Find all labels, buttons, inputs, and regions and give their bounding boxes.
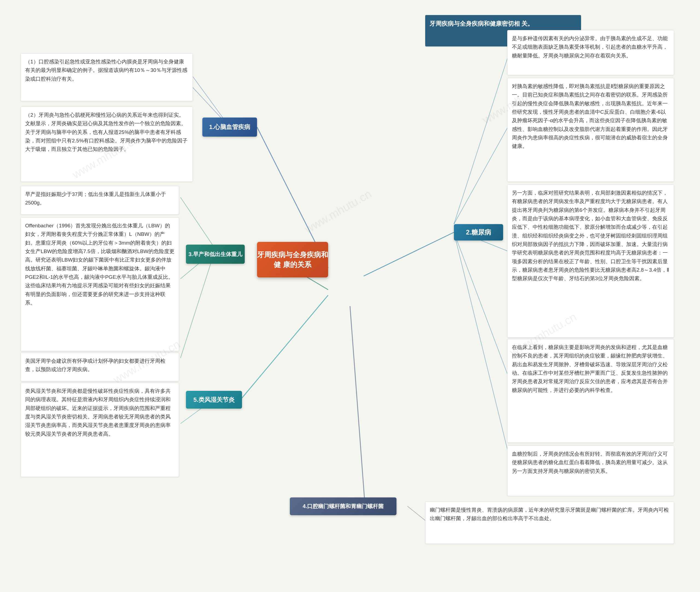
dm-text-5-content: 血糖控制后，牙周炎的情况会有所好转。而彻底有效的牙周治疗义可使糖尿病患者的糖化血… [512,451,668,474]
dm-text-5: 血糖控制后，牙周炎的情况会有所好转。而彻底有效的牙周治疗义可使糖尿病患者的糖化血… [507,445,674,496]
preterm-text-1-content: 早产是指妊娠期少于37周；低出生体重儿是指新生儿体重小于2500g。 [25,191,166,205]
svg-line-13 [181,197,213,246]
center-node: 牙周疾病与全身疾病和健 康的关系 [257,242,328,278]
canvas: 牙周疾病与全身疾病和健康密切相 关。 牙周疾病与全身疾病和健 康的关系 1.心脑… [0,0,700,592]
svg-line-4 [241,295,328,400]
heart-text-2: （2）牙周炎与急性心肌梗死和慢性冠心病的关系近年来也得到证实。文献显示，牙周炎确… [20,107,193,182]
dm-text-1-content: 是与多种遗传因素有关的内分泌异常。由于胰岛素的生成不足、功能不足或细胞表面缺乏胰… [512,36,668,58]
hp-text: 幽门螺杆菌是慢性胃炎、胃溃疡的病原菌，近年来的研究显示牙菌斑是幽门螺杆菌的贮库。… [425,501,674,544]
top-intro-text: 牙周疾病与全身疾病和健康密切相 关。 [430,20,533,27]
ra-text: 类风湿关节炎和牙周炎都是慢性破坏性炎症性疾病，具有许多共同的病理表现。其特征是滑… [20,383,179,477]
svg-line-17 [408,506,427,522]
dm-text-4-content: 在临床上看到，糖尿病主要是影响牙周炎的发病和进程，尤其是血糖控制不良的患者，其牙… [512,344,668,393]
branch-heart: 1.心脑血管疾病 [202,117,257,137]
center-label: 牙周疾病与全身疾病和健 康的关系 [257,250,328,270]
heart-text-1: （1）口腔感染引起急性或亚急性感染性心内膜炎是牙周病与全身健康有关的最为明显和确… [20,53,193,101]
branch-preterm: 3.早产和低出生体重儿 [186,245,245,264]
branch-heart-label: 1.心脑血管疾病 [209,123,250,131]
dm-text-2: 对胰岛素的敏感性降低，即对胰岛素抵抗是Ⅱ型糖尿病的重要原因之一。目前已知炎症和胰… [507,78,674,182]
watermark-2: www.mhutu.cn [302,187,374,236]
hp-text-content: 幽门螺杆菌是慢性胃炎、胃溃疡的病原菌，近年来的研究显示牙菌斑是幽门螺杆菌的贮库。… [430,507,669,521]
branch-hp: 4.口腔幽门螺杆菌和胃幽门螺杆菌 [290,497,396,515]
heart-text-1-content: （1）口腔感染引起急性或亚急性感染性心内膜炎是牙周病与全身健康有关的最为明显和确… [25,59,187,82]
preterm-text-3-content: 美国牙周学会建议所有怀孕或计划怀孕的妇女都要进行牙周检查，以预防或治疗牙周疾病。 [25,358,166,372]
dm-text-2-content: 对胰岛素的敏感性降低，即对胰岛素抵抗是Ⅱ型糖尿病的重要原因之一。目前已知炎症和胰… [512,83,668,149]
preterm-text-3: 美国牙周学会建议所有怀孕或计划怀孕的妇女都要进行牙周检查，以预防或治疗牙周疾病。 [20,353,179,381]
svg-line-1 [364,232,454,276]
preterm-text-2: Offenbacher（1996）首先发现分娩出低出生体重儿（LBW）的妇女，牙… [20,217,179,351]
branch-diabetes: 2.糖尿病 [454,224,503,241]
svg-line-11 [454,232,509,454]
svg-line-15 [181,255,213,358]
branch-diabetes-label: 2.糖尿病 [466,228,491,237]
svg-line-8 [454,126,509,224]
preterm-text-2-content: Offenbacher（1996）首先发现分娩出低出生体重儿（LBW）的妇女，牙… [25,223,175,306]
dm-text-3: 另一方面，临床对照研究结果表明，在局部刺激因素相似的情况下，有糖尿病患者的牙周病… [507,185,674,338]
svg-line-3 [350,306,365,506]
branch-ra: 5.类风湿关节炎 [186,391,242,409]
dm-text-4: 在临床上看到，糖尿病主要是影响牙周炎的发病和进程，尤其是血糖控制不良的患者，其牙… [507,339,674,443]
branch-ra-label: 5.类风湿关节炎 [193,396,234,404]
preterm-text-1: 早产是指妊娠期少于37周；低出生体重儿是指新生儿体重小于2500g。 [20,186,179,214]
dm-text-1: 是与多种遗传因素有关的内分泌异常。由于胰岛素的生成不足、功能不足或细胞表面缺乏胰… [507,30,674,75]
branch-hp-label: 4.口腔幽门螺杆菌和胃幽门螺杆菌 [303,503,384,510]
svg-line-10 [454,232,509,377]
branch-preterm-label: 3.早产和低出生体重儿 [188,251,242,258]
heart-text-2-content: （2）牙周炎与急性心肌梗死和慢性冠心病的关系近年来也得到证实。文献显示，牙周炎确… [25,112,188,152]
ra-text-content: 类风湿关节炎和牙周炎都是慢性破坏性炎症性疾病，具有许多共同的病理表现。其特征是滑… [25,388,171,437]
svg-line-7 [454,55,509,224]
dm-text-3-content: 另一方面，临床对照研究结果表明，在局部刺激因素相似的情况下，有糖尿病患者的牙周病… [512,190,669,281]
